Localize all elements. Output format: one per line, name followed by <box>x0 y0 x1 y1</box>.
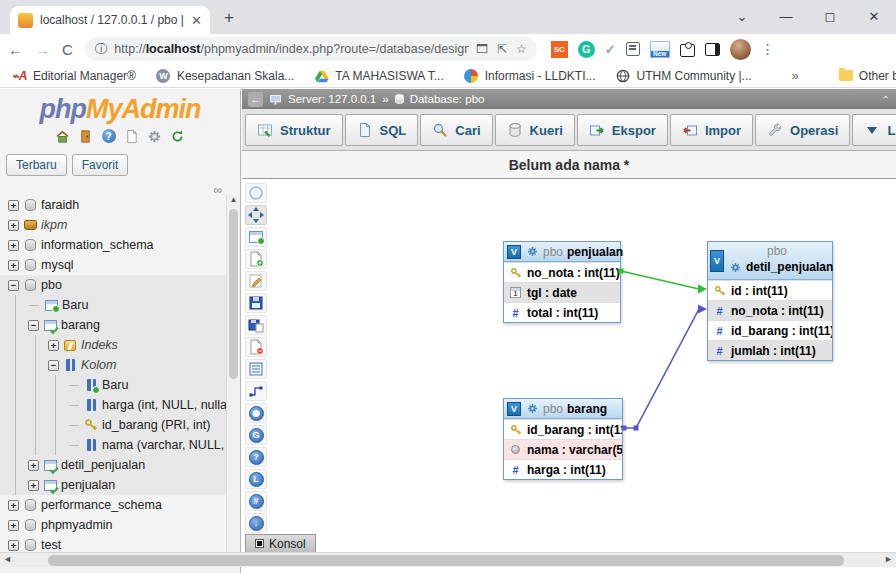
field-row[interactable]: id : int(11) <box>708 280 832 300</box>
table-options-icon[interactable] <box>525 245 539 259</box>
share-icon[interactable]: ⇱ <box>497 42 507 56</box>
field-row[interactable]: id_barang : int(11) <box>504 419 622 439</box>
expand-icon[interactable]: + <box>28 480 39 491</box>
docs-icon[interactable] <box>124 128 140 144</box>
bookmark-item[interactable]: WKesepadanan Skala... <box>156 68 294 83</box>
logout-icon[interactable] <box>78 128 94 144</box>
expand-icon[interactable]: + <box>8 240 19 251</box>
close-button[interactable]: ✕ <box>852 9 896 24</box>
collapse-icon[interactable]: − <box>28 320 39 331</box>
expand-icon[interactable]: + <box>8 540 19 551</box>
expand-icon[interactable]: + <box>8 200 19 211</box>
expand-icon[interactable]: + <box>8 260 19 271</box>
tree-row[interactable]: +mysql <box>0 255 226 275</box>
tab-operasi[interactable]: Operasi <box>755 114 850 146</box>
other-bookmarks-button[interactable]: Other bookmarks <box>839 69 896 83</box>
new-tab-button[interactable]: + <box>224 8 234 28</box>
new-badge-extension-icon[interactable]: New <box>650 41 670 58</box>
table-options-icon[interactable] <box>728 260 742 274</box>
select-toggle-icon[interactable]: V <box>507 245 521 259</box>
tree-row[interactable]: +detil_penjualan <box>0 455 226 475</box>
address-bar[interactable]: ⓘ http://localhost/phpmyadmin/index.php?… <box>85 37 537 61</box>
relation-line-penjualan-to-detil_penjualan[interactable] <box>621 271 699 289</box>
scroll-up-icon[interactable]: ▲ <box>227 195 240 204</box>
tree-row[interactable]: +faraidh <box>0 195 226 215</box>
reload-button[interactable]: C <box>62 41 73 58</box>
tab-close-icon[interactable]: ✕ <box>191 13 202 28</box>
designer-table-detil_penjualan[interactable]: Vpbodetil_penjualanid : int(11)#no_nota … <box>707 241 833 361</box>
maximize-button[interactable]: ◻ <box>808 9 852 24</box>
favorites-button[interactable]: Favorit <box>72 154 129 176</box>
breadcrumb-database[interactable]: Database: pbo <box>410 93 485 105</box>
tables-list-icon[interactable] <box>245 359 267 379</box>
select-toggle-icon[interactable]: V <box>507 402 521 416</box>
field-row[interactable]: #jumlah : int(11) <box>708 340 832 360</box>
bookmark-item[interactable]: Informasi - LLDKTI... <box>464 68 596 83</box>
tab-search-icon[interactable]: ⌄ <box>720 9 764 24</box>
copy-pages-extension-icon[interactable] <box>626 42 640 56</box>
back-button[interactable]: ← <box>8 41 23 58</box>
expand-icon[interactable]: + <box>48 340 59 351</box>
tree-row[interactable]: Baru <box>0 375 226 395</box>
panel-back-icon[interactable]: ← <box>248 92 263 107</box>
grammarly-extension-icon[interactable]: G <box>578 41 595 58</box>
tree-row[interactable]: +test <box>0 535 226 553</box>
tree-row[interactable]: +information_schema <box>0 235 226 255</box>
table-options-icon[interactable] <box>525 402 539 416</box>
tree-row[interactable]: +penjualan <box>0 475 226 495</box>
phpmyadmin-logo[interactable]: phpMyAdmin <box>0 89 240 125</box>
profile-avatar[interactable] <box>730 39 751 60</box>
tab-ekspor[interactable]: Ekspor <box>577 114 668 146</box>
field-row[interactable]: #id_barang : int(11) <box>708 320 832 340</box>
hscrollbar-thumb[interactable] <box>48 555 844 566</box>
tree-row[interactable]: nama (varchar, NULL, nu <box>0 435 226 455</box>
field-row[interactable]: #total : int(11) <box>504 302 620 322</box>
side-panel-icon[interactable] <box>705 43 720 56</box>
expand-icon[interactable]: + <box>8 520 19 531</box>
breadcrumb-server[interactable]: Server: 127.0.0.1 <box>288 93 376 105</box>
expand-icon[interactable]: + <box>8 500 19 511</box>
field-row[interactable]: no_nota : int(11) <box>504 262 620 282</box>
bookmark-item[interactable]: UTHM Community |... <box>615 68 751 83</box>
tree-row[interactable]: Baru <box>0 295 226 315</box>
designer-canvas[interactable]: ◉G?L#↓◔ Vpbopenjualanno_nota : int(11)1t… <box>242 179 896 552</box>
console-button[interactable]: Konsol <box>245 534 316 552</box>
minimize-button[interactable]: — <box>764 9 808 24</box>
scrollbar-thumb[interactable] <box>229 209 238 379</box>
tab-cari[interactable]: Cari <box>420 114 492 146</box>
scroll-left-icon[interactable]: ◄ <box>3 554 12 564</box>
sidebar-scrollbar[interactable]: ▲ <box>226 195 240 553</box>
add-table-icon[interactable] <box>245 227 267 247</box>
collapse-icon[interactable]: − <box>48 360 59 371</box>
tab-impor[interactable]: Impor <box>670 114 753 146</box>
sc-extension-icon[interactable]: SC <box>551 41 568 58</box>
fullscreen-icon[interactable] <box>245 205 267 225</box>
check-extension-icon[interactable]: ✓ <box>605 42 616 57</box>
collapse-panel-icon[interactable]: ⌃ <box>882 94 890 105</box>
bookmark-item[interactable]: TA MAHASISWA T... <box>314 68 443 83</box>
tree-row[interactable]: +performance_schema <box>0 495 226 515</box>
export-schema-icon[interactable]: ↓ <box>245 513 267 533</box>
refresh-icon[interactable] <box>170 128 186 144</box>
toggle-tables-list-icon[interactable] <box>245 183 267 203</box>
designer-table-barang[interactable]: Vpbobarangid_barang : int(11)nama : varc… <box>503 398 623 480</box>
browser-menu-icon[interactable]: ⋮ <box>761 41 775 57</box>
snap-to-grid-icon[interactable]: # <box>245 491 267 511</box>
relation-line-barang-to-detil_penjualan[interactable] <box>623 309 702 428</box>
tree-row[interactable]: −barang <box>0 315 226 335</box>
settings-gear-icon[interactable] <box>147 128 163 144</box>
scroll-right-icon[interactable]: ► <box>884 554 893 564</box>
new-page-icon[interactable] <box>245 249 267 269</box>
forward-button[interactable]: → <box>35 41 50 58</box>
angular-links-icon[interactable]: L <box>245 469 267 489</box>
help-icon[interactable]: ? <box>245 447 267 467</box>
tab-lainnya[interactable]: Lainnya <box>852 114 896 146</box>
browser-tab[interactable]: localhost / 127.0.0.1 / pbo | phpM ✕ <box>10 6 210 34</box>
tree-row[interactable]: +ikpm <box>0 215 226 235</box>
field-row[interactable]: #no_nota : int(11) <box>708 300 832 320</box>
bookmark-item[interactable]: ⌁AEditorial Manager® <box>12 68 136 83</box>
sync-link-icon[interactable]: ∞ <box>213 185 222 195</box>
home-icon[interactable] <box>55 128 71 144</box>
field-row[interactable]: nama : varchar(50) <box>504 439 622 459</box>
edit-page-icon[interactable] <box>245 271 267 291</box>
